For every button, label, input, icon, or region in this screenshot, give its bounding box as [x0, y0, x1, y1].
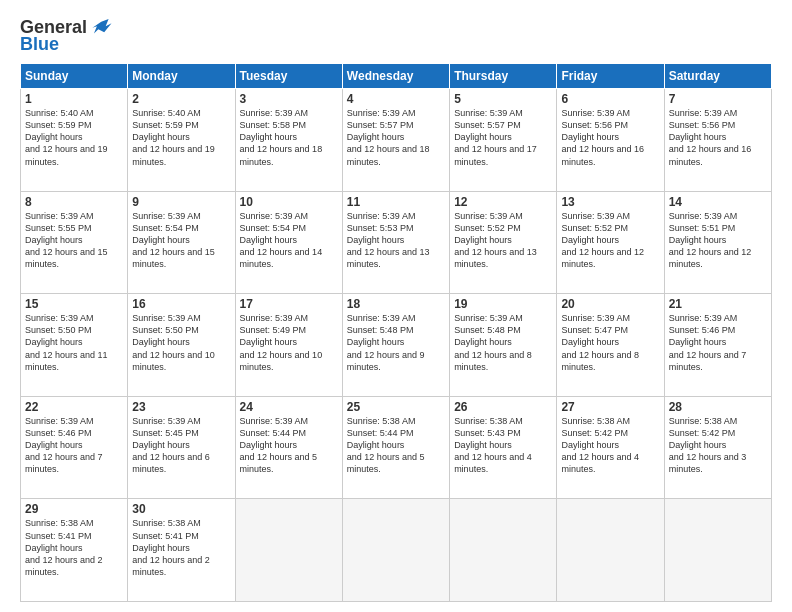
- day-number: 17: [240, 297, 338, 311]
- calendar-day-cell: 11 Sunrise: 5:39 AMSunset: 5:53 PMDaylig…: [342, 191, 449, 294]
- day-number: 29: [25, 502, 123, 516]
- day-info: Sunrise: 5:38 AMSunset: 5:43 PMDaylight …: [454, 415, 552, 476]
- day-number: 20: [561, 297, 659, 311]
- calendar-day-cell: 27 Sunrise: 5:38 AMSunset: 5:42 PMDaylig…: [557, 396, 664, 499]
- calendar-day-cell: 5 Sunrise: 5:39 AMSunset: 5:57 PMDayligh…: [450, 89, 557, 192]
- day-info: Sunrise: 5:38 AMSunset: 5:42 PMDaylight …: [561, 415, 659, 476]
- day-info: Sunrise: 5:38 AMSunset: 5:42 PMDaylight …: [669, 415, 767, 476]
- header-friday: Friday: [557, 64, 664, 89]
- day-number: 11: [347, 195, 445, 209]
- day-info: Sunrise: 5:38 AMSunset: 5:41 PMDaylight …: [132, 517, 230, 578]
- calendar-day-cell: 14 Sunrise: 5:39 AMSunset: 5:51 PMDaylig…: [664, 191, 771, 294]
- day-info: Sunrise: 5:39 AMSunset: 5:46 PMDaylight …: [669, 312, 767, 373]
- calendar-day-cell: [664, 499, 771, 602]
- day-number: 22: [25, 400, 123, 414]
- day-number: 5: [454, 92, 552, 106]
- day-number: 8: [25, 195, 123, 209]
- header-saturday: Saturday: [664, 64, 771, 89]
- calendar-day-cell: 12 Sunrise: 5:39 AMSunset: 5:52 PMDaylig…: [450, 191, 557, 294]
- calendar-day-cell: [235, 499, 342, 602]
- calendar-day-cell: 7 Sunrise: 5:39 AMSunset: 5:56 PMDayligh…: [664, 89, 771, 192]
- day-info: Sunrise: 5:39 AMSunset: 5:48 PMDaylight …: [454, 312, 552, 373]
- calendar-table: Sunday Monday Tuesday Wednesday Thursday…: [20, 63, 772, 602]
- day-info: Sunrise: 5:38 AMSunset: 5:41 PMDaylight …: [25, 517, 123, 578]
- day-number: 12: [454, 195, 552, 209]
- page: General Blue Sunday Monday Tuesday Wedne…: [0, 0, 792, 612]
- calendar-day-cell: 17 Sunrise: 5:39 AMSunset: 5:49 PMDaylig…: [235, 294, 342, 397]
- day-info: Sunrise: 5:39 AMSunset: 5:54 PMDaylight …: [240, 210, 338, 271]
- day-info: Sunrise: 5:39 AMSunset: 5:56 PMDaylight …: [669, 107, 767, 168]
- header: General Blue: [20, 16, 772, 55]
- calendar-day-cell: [342, 499, 449, 602]
- header-thursday: Thursday: [450, 64, 557, 89]
- header-monday: Monday: [128, 64, 235, 89]
- calendar-day-cell: 23 Sunrise: 5:39 AMSunset: 5:45 PMDaylig…: [128, 396, 235, 499]
- calendar-day-cell: 28 Sunrise: 5:38 AMSunset: 5:42 PMDaylig…: [664, 396, 771, 499]
- day-info: Sunrise: 5:39 AMSunset: 5:51 PMDaylight …: [669, 210, 767, 271]
- day-info: Sunrise: 5:39 AMSunset: 5:54 PMDaylight …: [132, 210, 230, 271]
- day-info: Sunrise: 5:39 AMSunset: 5:57 PMDaylight …: [347, 107, 445, 168]
- day-number: 23: [132, 400, 230, 414]
- day-info: Sunrise: 5:39 AMSunset: 5:52 PMDaylight …: [454, 210, 552, 271]
- calendar-day-cell: 20 Sunrise: 5:39 AMSunset: 5:47 PMDaylig…: [557, 294, 664, 397]
- day-number: 19: [454, 297, 552, 311]
- day-number: 26: [454, 400, 552, 414]
- day-number: 24: [240, 400, 338, 414]
- weekday-header-row: Sunday Monday Tuesday Wednesday Thursday…: [21, 64, 772, 89]
- day-number: 13: [561, 195, 659, 209]
- calendar-day-cell: 16 Sunrise: 5:39 AMSunset: 5:50 PMDaylig…: [128, 294, 235, 397]
- day-info: Sunrise: 5:39 AMSunset: 5:57 PMDaylight …: [454, 107, 552, 168]
- calendar-day-cell: 19 Sunrise: 5:39 AMSunset: 5:48 PMDaylig…: [450, 294, 557, 397]
- day-number: 28: [669, 400, 767, 414]
- calendar-day-cell: 1 Sunrise: 5:40 AMSunset: 5:59 PMDayligh…: [21, 89, 128, 192]
- day-number: 16: [132, 297, 230, 311]
- header-wednesday: Wednesday: [342, 64, 449, 89]
- day-info: Sunrise: 5:39 AMSunset: 5:48 PMDaylight …: [347, 312, 445, 373]
- day-number: 15: [25, 297, 123, 311]
- day-info: Sunrise: 5:38 AMSunset: 5:44 PMDaylight …: [347, 415, 445, 476]
- calendar-day-cell: 29 Sunrise: 5:38 AMSunset: 5:41 PMDaylig…: [21, 499, 128, 602]
- day-info: Sunrise: 5:39 AMSunset: 5:50 PMDaylight …: [132, 312, 230, 373]
- calendar-day-cell: 2 Sunrise: 5:40 AMSunset: 5:59 PMDayligh…: [128, 89, 235, 192]
- day-info: Sunrise: 5:40 AMSunset: 5:59 PMDaylight …: [25, 107, 123, 168]
- svg-marker-0: [93, 19, 112, 34]
- day-number: 2: [132, 92, 230, 106]
- day-info: Sunrise: 5:39 AMSunset: 5:47 PMDaylight …: [561, 312, 659, 373]
- calendar-day-cell: [557, 499, 664, 602]
- day-number: 4: [347, 92, 445, 106]
- day-number: 7: [669, 92, 767, 106]
- day-number: 6: [561, 92, 659, 106]
- header-tuesday: Tuesday: [235, 64, 342, 89]
- calendar-day-cell: 13 Sunrise: 5:39 AMSunset: 5:52 PMDaylig…: [557, 191, 664, 294]
- day-number: 3: [240, 92, 338, 106]
- logo-bird-icon: [91, 16, 113, 38]
- day-info: Sunrise: 5:39 AMSunset: 5:58 PMDaylight …: [240, 107, 338, 168]
- day-number: 21: [669, 297, 767, 311]
- calendar-week-row: 22 Sunrise: 5:39 AMSunset: 5:46 PMDaylig…: [21, 396, 772, 499]
- calendar-day-cell: 21 Sunrise: 5:39 AMSunset: 5:46 PMDaylig…: [664, 294, 771, 397]
- day-info: Sunrise: 5:39 AMSunset: 5:52 PMDaylight …: [561, 210, 659, 271]
- calendar-day-cell: 3 Sunrise: 5:39 AMSunset: 5:58 PMDayligh…: [235, 89, 342, 192]
- day-number: 27: [561, 400, 659, 414]
- calendar-day-cell: 25 Sunrise: 5:38 AMSunset: 5:44 PMDaylig…: [342, 396, 449, 499]
- day-info: Sunrise: 5:39 AMSunset: 5:45 PMDaylight …: [132, 415, 230, 476]
- calendar-day-cell: 15 Sunrise: 5:39 AMSunset: 5:50 PMDaylig…: [21, 294, 128, 397]
- calendar-day-cell: 4 Sunrise: 5:39 AMSunset: 5:57 PMDayligh…: [342, 89, 449, 192]
- day-info: Sunrise: 5:39 AMSunset: 5:53 PMDaylight …: [347, 210, 445, 271]
- calendar-week-row: 29 Sunrise: 5:38 AMSunset: 5:41 PMDaylig…: [21, 499, 772, 602]
- calendar-day-cell: 8 Sunrise: 5:39 AMSunset: 5:55 PMDayligh…: [21, 191, 128, 294]
- day-info: Sunrise: 5:39 AMSunset: 5:44 PMDaylight …: [240, 415, 338, 476]
- calendar-day-cell: 6 Sunrise: 5:39 AMSunset: 5:56 PMDayligh…: [557, 89, 664, 192]
- calendar-day-cell: 26 Sunrise: 5:38 AMSunset: 5:43 PMDaylig…: [450, 396, 557, 499]
- calendar-day-cell: 22 Sunrise: 5:39 AMSunset: 5:46 PMDaylig…: [21, 396, 128, 499]
- calendar-day-cell: 30 Sunrise: 5:38 AMSunset: 5:41 PMDaylig…: [128, 499, 235, 602]
- calendar-day-cell: [450, 499, 557, 602]
- header-sunday: Sunday: [21, 64, 128, 89]
- calendar-day-cell: 18 Sunrise: 5:39 AMSunset: 5:48 PMDaylig…: [342, 294, 449, 397]
- day-info: Sunrise: 5:40 AMSunset: 5:59 PMDaylight …: [132, 107, 230, 168]
- day-info: Sunrise: 5:39 AMSunset: 5:50 PMDaylight …: [25, 312, 123, 373]
- calendar-week-row: 8 Sunrise: 5:39 AMSunset: 5:55 PMDayligh…: [21, 191, 772, 294]
- logo: General Blue: [20, 16, 113, 55]
- day-number: 30: [132, 502, 230, 516]
- day-info: Sunrise: 5:39 AMSunset: 5:49 PMDaylight …: [240, 312, 338, 373]
